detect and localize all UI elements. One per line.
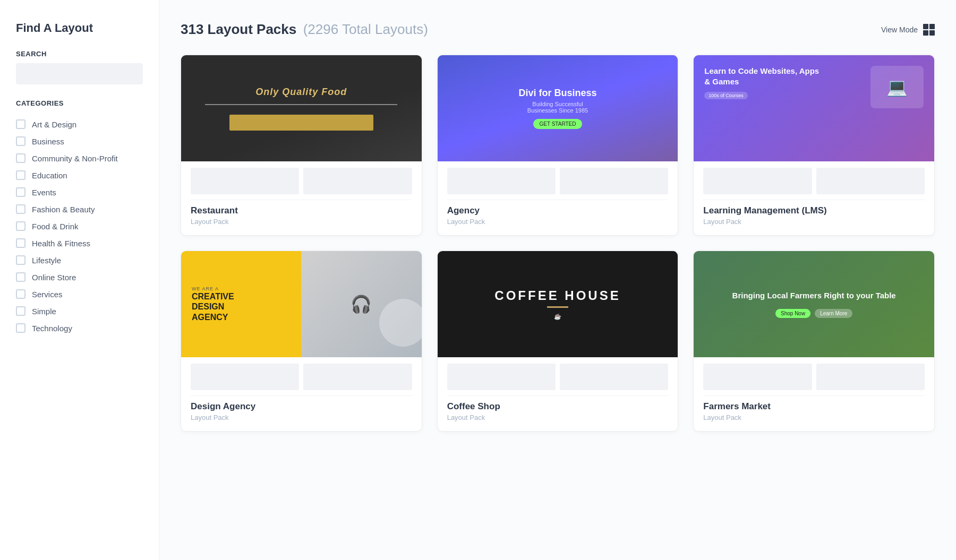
card-thumbnails-coffee-shop xyxy=(447,357,669,395)
card-thumbnails-agency xyxy=(447,161,669,200)
card-info-coffee-shop: Coffee Shop Layout Pack xyxy=(447,395,669,431)
card-thumb-2-agency xyxy=(560,168,668,194)
category-item-fashion-beauty[interactable]: Fashion & Beauty xyxy=(16,201,143,218)
category-item-online-store[interactable]: Online Store xyxy=(16,269,143,286)
category-checkbox-events[interactable] xyxy=(16,187,25,197)
card-thumb-2-design-agency xyxy=(303,364,412,390)
view-mode-label: View Mode xyxy=(881,25,918,34)
category-checkbox-online-store[interactable] xyxy=(16,272,25,282)
category-name-fashion-beauty: Fashion & Beauty xyxy=(32,205,95,214)
view-mode-toggle[interactable]: View Mode xyxy=(881,24,935,36)
card-title-design-agency: Design Agency xyxy=(191,401,412,412)
category-name-online-store: Online Store xyxy=(32,273,76,282)
layout-card-restaurant[interactable]: Only Quality Food Restaurant Layout Pack xyxy=(181,55,422,236)
card-bottom-agency: Agency Layout Pack xyxy=(438,161,678,235)
card-subtitle-restaurant: Layout Pack xyxy=(191,218,412,226)
category-checkbox-fashion-beauty[interactable] xyxy=(16,204,25,214)
category-name-community-nonprofit: Community & Non-Profit xyxy=(32,154,118,163)
card-bottom-design-agency: Design Agency Layout Pack xyxy=(181,357,422,431)
category-item-events[interactable]: Events xyxy=(16,184,143,201)
sidebar-title: Find A Layout xyxy=(16,21,143,35)
category-name-art-design: Art & Design xyxy=(32,120,76,129)
category-name-lifestyle: Lifestyle xyxy=(32,256,61,265)
card-subtitle-design-agency: Layout Pack xyxy=(191,413,412,421)
search-input[interactable] xyxy=(16,63,143,84)
category-checkbox-simple[interactable] xyxy=(16,306,25,316)
card-thumbnails-farmers-market xyxy=(703,357,925,395)
card-title-restaurant: Restaurant xyxy=(191,205,412,216)
category-item-art-design[interactable]: Art & Design xyxy=(16,116,143,133)
category-item-education[interactable]: Education xyxy=(16,167,143,184)
card-subtitle-agency: Layout Pack xyxy=(447,218,669,226)
card-thumb-2-farmers-market xyxy=(816,364,925,390)
grid-view-icon xyxy=(923,24,935,36)
card-info-design-agency: Design Agency Layout Pack xyxy=(191,395,412,431)
sidebar: Find A Layout Search Categories Art & De… xyxy=(0,0,159,560)
category-name-events: Events xyxy=(32,188,56,197)
card-bottom-lms: Learning Management (LMS) Layout Pack xyxy=(694,161,934,235)
card-thumb-1-coffee-shop xyxy=(447,364,556,390)
card-bottom-coffee-shop: Coffee Shop Layout Pack xyxy=(438,357,678,431)
category-checkbox-business[interactable] xyxy=(16,136,25,146)
category-item-services[interactable]: Services xyxy=(16,286,143,303)
category-name-technology: Technology xyxy=(32,324,72,333)
card-thumb-1-restaurant xyxy=(191,168,299,194)
card-title-farmers-market: Farmers Market xyxy=(703,401,925,412)
category-checkbox-community-nonprofit[interactable] xyxy=(16,153,25,163)
category-checkbox-technology[interactable] xyxy=(16,323,25,333)
category-checkbox-art-design[interactable] xyxy=(16,119,25,129)
category-item-technology[interactable]: Technology xyxy=(16,320,143,337)
layout-count: 313 Layout Packs xyxy=(181,21,296,37)
layout-card-design-agency[interactable]: We are a CREATIVEDESIGNAGENCY 🎧 Design A… xyxy=(181,251,422,432)
card-info-restaurant: Restaurant Layout Pack xyxy=(191,200,412,235)
card-thumb-1-lms xyxy=(703,168,812,194)
category-item-health-fitness[interactable]: Health & Fitness xyxy=(16,235,143,252)
search-label: Search xyxy=(16,50,143,58)
card-title-coffee-shop: Coffee Shop xyxy=(447,401,669,412)
category-name-business: Business xyxy=(32,137,64,146)
card-preview-lms: Learn to Code Websites, Apps & Games 100… xyxy=(694,55,934,161)
category-item-lifestyle[interactable]: Lifestyle xyxy=(16,252,143,269)
category-checkbox-lifestyle[interactable] xyxy=(16,255,25,265)
category-checkbox-health-fitness[interactable] xyxy=(16,238,25,248)
card-subtitle-farmers-market: Layout Pack xyxy=(703,413,925,421)
layout-card-agency[interactable]: Divi for Business Building SuccessfulBus… xyxy=(437,55,679,236)
card-thumbnails-lms xyxy=(703,161,925,200)
category-checkbox-education[interactable] xyxy=(16,170,25,180)
layout-grid: Only Quality Food Restaurant Layout Pack… xyxy=(181,55,935,432)
card-title-lms: Learning Management (LMS) xyxy=(703,205,925,216)
card-thumb-1-design-agency xyxy=(191,364,299,390)
card-thumb-2-coffee-shop xyxy=(560,364,668,390)
categories-label: Categories xyxy=(16,99,143,107)
card-thumb-1-agency xyxy=(447,168,556,194)
layout-card-farmers-market[interactable]: Bringing Local Farmers Right to your Tab… xyxy=(693,251,935,432)
card-bottom-restaurant: Restaurant Layout Pack xyxy=(181,161,422,235)
card-preview-design-agency: We are a CREATIVEDESIGNAGENCY 🎧 xyxy=(181,251,422,357)
categories-list: Art & Design Business Community & Non-Pr… xyxy=(16,116,143,337)
category-checkbox-services[interactable] xyxy=(16,289,25,299)
category-item-food-drink[interactable]: Food & Drink xyxy=(16,218,143,235)
main-header: 313 Layout Packs (2296 Total Layouts) Vi… xyxy=(181,21,935,38)
card-bottom-farmers-market: Farmers Market Layout Pack xyxy=(694,357,934,431)
card-preview-restaurant: Only Quality Food xyxy=(181,55,422,161)
card-info-farmers-market: Farmers Market Layout Pack xyxy=(703,395,925,431)
category-item-simple[interactable]: Simple xyxy=(16,303,143,320)
layout-card-coffee-shop[interactable]: COFFEE HOUSE ☕ Coffee Shop Layout Pack xyxy=(437,251,679,432)
card-preview-agency: Divi for Business Building SuccessfulBus… xyxy=(438,55,678,161)
main-content: 313 Layout Packs (2296 Total Layouts) Vi… xyxy=(159,0,956,560)
category-item-business[interactable]: Business xyxy=(16,133,143,150)
layout-card-lms[interactable]: Learn to Code Websites, Apps & Games 100… xyxy=(693,55,935,236)
card-subtitle-coffee-shop: Layout Pack xyxy=(447,413,669,421)
card-thumbnails-restaurant xyxy=(191,161,412,200)
card-thumb-2-lms xyxy=(816,168,925,194)
category-name-education: Education xyxy=(32,171,67,180)
category-item-community-nonprofit[interactable]: Community & Non-Profit xyxy=(16,150,143,167)
category-name-health-fitness: Health & Fitness xyxy=(32,239,90,248)
category-checkbox-food-drink[interactable] xyxy=(16,221,25,231)
layout-count-container: 313 Layout Packs (2296 Total Layouts) xyxy=(181,21,428,38)
card-thumb-2-restaurant xyxy=(303,168,412,194)
card-preview-farmers-market: Bringing Local Farmers Right to your Tab… xyxy=(694,251,934,357)
card-thumb-1-farmers-market xyxy=(703,364,812,390)
category-name-simple: Simple xyxy=(32,307,56,316)
card-preview-coffee-shop: COFFEE HOUSE ☕ xyxy=(438,251,678,357)
